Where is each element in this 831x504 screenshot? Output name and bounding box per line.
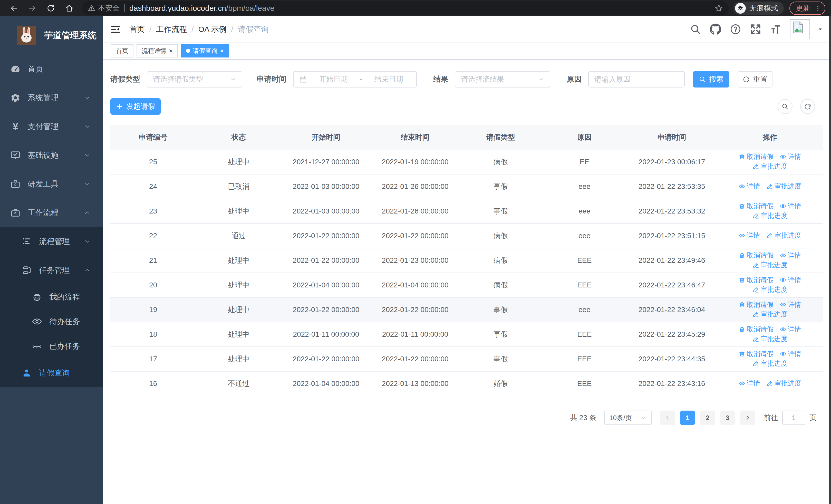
- top-navbar: 首页 / 工作流程 / OA 示例 / 请假查询: [103, 16, 831, 42]
- table-row[interactable]: 19 处理中 2022-01-22 00:00:00 2022-01-22 00…: [110, 297, 823, 322]
- github-icon[interactable]: [710, 24, 721, 35]
- progress-link[interactable]: 审批进度: [766, 182, 801, 191]
- url-bar[interactable]: 不安全 dashboard.yudao.iocoder.cn/bpm/oa/le…: [82, 1, 729, 15]
- sidebar-item-devtools[interactable]: 研发工具: [0, 170, 103, 198]
- col-id: 申请编号: [110, 125, 196, 150]
- table-row[interactable]: 18 处理中 2022-01-11 00:00:00 2022-01-11 00…: [110, 322, 823, 347]
- table-row[interactable]: 25 处理中 2021-12-27 00:00:00 2022-01-19 00…: [110, 150, 823, 174]
- progress-link[interactable]: 审批进度: [752, 261, 787, 269]
- table-row[interactable]: 20 处理中 2022-01-04 00:00:00 2022-01-04 00…: [110, 273, 823, 297]
- cancel-link[interactable]: 取消请假: [739, 251, 774, 260]
- sidebar-item-home[interactable]: 首页: [0, 55, 103, 83]
- avatar-dropdown-caret-icon[interactable]: [817, 26, 823, 32]
- cancel-link[interactable]: 取消请假: [739, 350, 774, 358]
- sidebar-item-done-tasks[interactable]: 已办任务: [0, 334, 103, 358]
- app-logo-row[interactable]: 芋道管理系统: [0, 16, 103, 55]
- cancel-link[interactable]: 取消请假: [739, 325, 774, 334]
- search-icon[interactable]: [690, 24, 701, 35]
- progress-link[interactable]: 审批进度: [766, 379, 801, 388]
- bookmark-star-icon[interactable]: [715, 4, 723, 12]
- search-button[interactable]: 搜索: [693, 71, 729, 88]
- detail-link[interactable]: 详情: [780, 300, 801, 309]
- tab-process-detail[interactable]: 流程详情 ×: [137, 44, 178, 58]
- cancel-link[interactable]: 取消请假: [739, 300, 774, 309]
- detail-link[interactable]: 详情: [780, 152, 801, 161]
- tab-leave-query[interactable]: 请假查询 ×: [181, 44, 229, 58]
- fullscreen-icon[interactable]: [750, 24, 761, 35]
- detail-link[interactable]: 详情: [780, 350, 801, 358]
- page-button-3[interactable]: 3: [720, 411, 735, 425]
- show-search-toggle-button[interactable]: [778, 99, 793, 114]
- sidebar-item-todo-tasks[interactable]: 待办任务: [0, 309, 103, 334]
- tab-home[interactable]: 首页: [111, 44, 134, 58]
- sidebar-collapse-icon[interactable]: [110, 24, 121, 34]
- sidebar-item-infra[interactable]: 基础设施: [0, 141, 103, 170]
- create-leave-button[interactable]: 发起请假: [110, 98, 161, 115]
- breadcrumb-home[interactable]: 首页: [130, 24, 145, 35]
- result-select[interactable]: 请选择流结果: [455, 71, 550, 88]
- cell-actions: 取消请假详情审批进度: [716, 199, 823, 224]
- detail-link[interactable]: 详情: [780, 325, 801, 334]
- close-icon[interactable]: ×: [169, 48, 173, 54]
- table-row[interactable]: 21 处理中 2022-01-22 00:00:00 2022-01-23 00…: [110, 248, 823, 273]
- cancel-link[interactable]: 取消请假: [739, 152, 774, 161]
- apply-time-range-picker[interactable]: 开始日期 - 结束日期: [293, 71, 417, 88]
- avatar[interactable]: [790, 19, 810, 39]
- browser-forward-button[interactable]: [24, 2, 40, 15]
- security-badge[interactable]: 不安全: [88, 3, 120, 13]
- progress-link[interactable]: 审批进度: [752, 310, 787, 319]
- breadcrumb-workflow[interactable]: 工作流程: [156, 24, 187, 35]
- cancel-link[interactable]: 取消请假: [739, 276, 774, 285]
- sidebar-item-my-process[interactable]: 我的流程: [0, 285, 103, 309]
- progress-link[interactable]: 审批进度: [752, 285, 787, 294]
- prev-page-button[interactable]: [660, 411, 675, 425]
- table-row[interactable]: 16 不通过 2022-01-04 00:00:00 2022-01-13 00…: [110, 371, 823, 396]
- progress-link[interactable]: 审批进度: [752, 211, 787, 220]
- sidebar-item-process-mgmt[interactable]: 流程管理: [0, 227, 103, 256]
- browser-reload-button[interactable]: [42, 2, 59, 15]
- browser-back-button[interactable]: [6, 2, 22, 15]
- sidebar-item-leave-query[interactable]: 请假查询: [0, 358, 103, 387]
- close-icon[interactable]: ×: [220, 48, 224, 54]
- reset-button[interactable]: 重置: [738, 71, 773, 88]
- refresh-table-button[interactable]: [800, 99, 815, 114]
- browser-menu-icon[interactable]: [814, 5, 821, 11]
- browser-home-button[interactable]: [61, 2, 78, 15]
- table-row[interactable]: 17 处理中 2022-01-22 00:00:00 2022-01-22 00…: [110, 347, 823, 371]
- sidebar-item-task-mgmt[interactable]: 任务管理: [0, 256, 103, 285]
- progress-link[interactable]: 审批进度: [766, 231, 801, 240]
- detail-link[interactable]: 详情: [780, 276, 801, 285]
- table-row[interactable]: 24 已取消 2022-01-03 00:00:00 2022-01-26 00…: [110, 174, 823, 199]
- page-button-1[interactable]: 1: [680, 411, 695, 425]
- sidebar-item-payment[interactable]: ¥ 支付管理: [0, 112, 103, 141]
- cell-reason: eee: [542, 199, 627, 224]
- chevron-down-icon: [229, 76, 236, 83]
- next-page-button[interactable]: [740, 411, 755, 425]
- table-row[interactable]: 22 通过 2022-01-22 00:00:00 2022-01-22 00:…: [110, 224, 823, 248]
- progress-link[interactable]: 审批进度: [752, 359, 787, 368]
- detail-link[interactable]: 详情: [739, 379, 760, 388]
- breadcrumb-oa-example[interactable]: OA 示例: [198, 24, 227, 35]
- leave-type-select[interactable]: 请选择请假类型: [147, 71, 242, 88]
- detail-link[interactable]: 详情: [780, 202, 801, 211]
- page-size-select[interactable]: 10条/页: [604, 411, 652, 425]
- page-button-2[interactable]: 2: [700, 411, 715, 425]
- progress-link[interactable]: 审批进度: [752, 162, 787, 171]
- cell-apply-time: 2022-01-22 23:46:04: [627, 297, 716, 322]
- reason-input[interactable]: [588, 71, 685, 88]
- cancel-link[interactable]: 取消请假: [739, 202, 774, 211]
- browser-update-button[interactable]: 更新: [790, 2, 825, 15]
- window-scrollbar-edge[interactable]: [829, 16, 831, 504]
- sidebar-item-system[interactable]: 系统管理: [0, 83, 103, 112]
- font-size-icon[interactable]: [770, 24, 781, 35]
- table-row[interactable]: 23 处理中 2022-01-03 00:00:00 2022-01-26 00…: [110, 199, 823, 224]
- detail-link[interactable]: 详情: [780, 251, 801, 260]
- sidebar-item-workflow[interactable]: 工作流程: [0, 198, 103, 227]
- detail-link[interactable]: 详情: [739, 231, 760, 240]
- col-start: 开始时间: [282, 125, 371, 150]
- chevron-down-icon: [84, 152, 91, 159]
- detail-link[interactable]: 详情: [739, 182, 760, 191]
- help-icon[interactable]: [730, 24, 741, 35]
- progress-link[interactable]: 审批进度: [752, 334, 787, 343]
- goto-page-input[interactable]: [782, 411, 805, 425]
